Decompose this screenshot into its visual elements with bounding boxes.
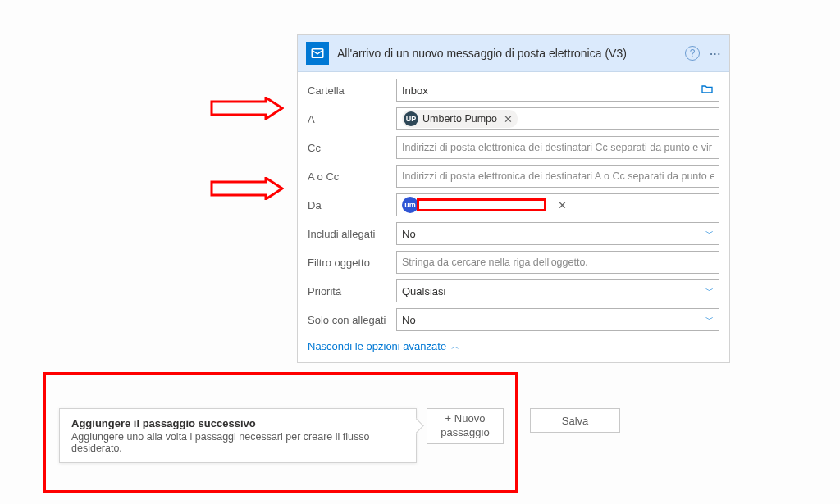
- row-solo-con-allegati: Solo con allegati No ﹀: [308, 308, 719, 331]
- folder-picker-icon[interactable]: [701, 83, 714, 98]
- chip-a[interactable]: UP Umberto Pumpo ✕: [402, 110, 518, 128]
- row-a-o-cc: A o Cc: [308, 165, 719, 188]
- card-title: All'arrivo di un nuovo messaggio di post…: [337, 47, 685, 60]
- trigger-card: All'arrivo di un nuovo messaggio di post…: [297, 34, 730, 363]
- row-a: A UP Umberto Pumpo ✕: [308, 107, 719, 130]
- chevron-down-icon[interactable]: ﹀: [705, 228, 714, 239]
- field-includi-allegati[interactable]: No ﹀: [396, 222, 719, 245]
- row-filtro-oggetto: Filtro oggetto: [308, 251, 719, 274]
- input-filtro-oggetto[interactable]: [402, 257, 714, 268]
- value-solo-con-allegati: No: [402, 314, 416, 326]
- chevron-up-icon: ︿: [451, 341, 459, 352]
- label-solo-con-allegati: Solo con allegati: [308, 314, 396, 326]
- chevron-down-icon[interactable]: ﹀: [705, 314, 714, 325]
- label-cc: Cc: [308, 142, 396, 154]
- field-filtro-oggetto[interactable]: [396, 251, 719, 274]
- new-step-label: + Nuovopassaggio: [441, 412, 489, 440]
- chip-remove-icon[interactable]: ✕: [504, 113, 513, 125]
- label-priorita: Priorità: [308, 285, 396, 297]
- input-cc[interactable]: [402, 142, 714, 153]
- label-da: Da: [308, 199, 396, 211]
- field-cc[interactable]: [396, 136, 719, 159]
- chip-da[interactable]: um ✕: [402, 197, 567, 213]
- callout-title: Aggiungere il passaggio successivo: [71, 417, 404, 429]
- row-priorita: Priorità Qualsiasi ﹀: [308, 279, 719, 302]
- card-header[interactable]: All'arrivo di un nuovo messaggio di post…: [298, 35, 729, 72]
- save-label: Salva: [562, 415, 589, 427]
- field-a[interactable]: UP Umberto Pumpo ✕: [396, 107, 719, 130]
- card-body: Cartella Inbox A UP Umberto Pumpo ✕ Cc: [298, 72, 729, 362]
- field-da[interactable]: um ✕: [396, 193, 719, 216]
- chip-name: Umberto Pumpo: [422, 113, 497, 125]
- outlook-icon: [306, 42, 329, 65]
- field-priorita[interactable]: Qualsiasi ﹀: [396, 279, 719, 302]
- hide-advanced-label: Nascondi le opzioni avanzate: [308, 340, 446, 352]
- label-filtro-oggetto: Filtro oggetto: [308, 257, 396, 269]
- more-icon[interactable]: ···: [710, 48, 721, 60]
- annotation-arrow: [210, 97, 284, 120]
- label-cartella: Cartella: [308, 84, 396, 97]
- chevron-down-icon[interactable]: ﹀: [705, 285, 714, 297]
- value-priorita: Qualsiasi: [402, 285, 445, 297]
- value-includi-allegati: No: [402, 228, 416, 240]
- label-includi-allegati: Includi allegati: [308, 228, 396, 240]
- callout-text: Aggiungere uno alla volta i passaggi nec…: [71, 431, 404, 454]
- input-a-o-cc[interactable]: [402, 170, 714, 182]
- save-button[interactable]: Salva: [530, 408, 620, 433]
- value-cartella: Inbox: [402, 84, 428, 97]
- label-a-o-cc: A o Cc: [308, 170, 396, 183]
- field-solo-con-allegati[interactable]: No ﹀: [396, 308, 719, 331]
- avatar: um: [402, 197, 418, 213]
- row-includi-allegati: Includi allegati No ﹀: [308, 222, 719, 245]
- annotation-arrow: [210, 177, 284, 200]
- chip-remove-icon[interactable]: ✕: [558, 199, 567, 211]
- field-cartella[interactable]: Inbox: [396, 79, 719, 102]
- row-cartella: Cartella Inbox: [308, 79, 719, 102]
- label-a: A: [308, 113, 396, 125]
- hide-advanced-link[interactable]: Nascondi le opzioni avanzate ︿: [308, 340, 459, 352]
- field-a-o-cc[interactable]: [396, 165, 719, 188]
- help-icon[interactable]: ?: [685, 46, 700, 61]
- avatar: UP: [404, 111, 418, 126]
- row-cc: Cc: [308, 136, 719, 159]
- new-step-button[interactable]: + Nuovopassaggio: [427, 408, 504, 444]
- redacted-annotation: [417, 198, 546, 211]
- callout-next-step: Aggiungere il passaggio successivo Aggiu…: [59, 408, 417, 463]
- row-da: Da um ✕: [308, 193, 719, 216]
